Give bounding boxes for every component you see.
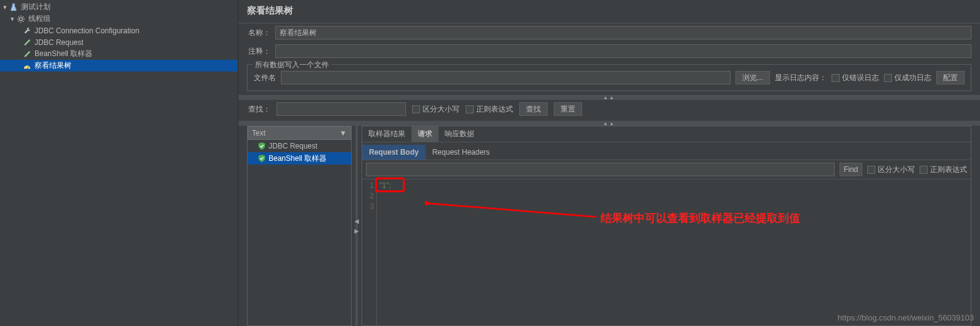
tree-item-label: 察看结果树: [34, 60, 71, 71]
search-regex-checkbox[interactable]: 正则表达式: [466, 104, 513, 115]
tree-root-label: 测试计划: [21, 2, 51, 12]
filename-input[interactable]: [281, 71, 731, 84]
search-case-checkbox[interactable]: 区分大小写: [412, 104, 460, 115]
detail-case-checkbox[interactable]: 区分大小写: [867, 165, 915, 175]
result-item[interactable]: BeanShell 取样器: [248, 152, 351, 165]
dropper-icon: [22, 38, 32, 47]
success-shield-icon: [257, 154, 266, 163]
vertical-split-handle[interactable]: ◄►: [355, 126, 358, 326]
detail-pane: 取样器结果 请求 响应数据 Request Body Request Heade…: [362, 126, 971, 326]
tree-toggle-icon[interactable]: ▼: [9, 16, 16, 22]
log-display-label: 显示日志内容：: [775, 73, 827, 83]
browse-button[interactable]: 浏览...: [735, 71, 770, 84]
collapse-handle-top[interactable]: ▲▲: [238, 95, 980, 100]
dropper-icon: [22, 49, 32, 59]
detail-tabs-secondary: Request Body Request Headers: [362, 145, 971, 160]
filename-label: 文件名: [254, 73, 276, 83]
gauge-icon: [22, 61, 32, 71]
tree-thread-group[interactable]: ▼ 线程组: [0, 13, 238, 25]
search-input[interactable]: [277, 102, 406, 116]
tab-request-body[interactable]: Request Body: [362, 145, 426, 160]
tree-toggle-icon[interactable]: ▼: [1, 4, 9, 10]
tab-sampler-result[interactable]: 取样器结果: [362, 126, 411, 142]
tree-root[interactable]: ▼ 测试计划: [0, 1, 238, 13]
tree-item-label: JDBC Connection Configuration: [34, 26, 139, 35]
detail-tabs-primary: 取样器结果 请求 响应数据: [362, 126, 971, 142]
config-button[interactable]: 配置: [936, 71, 965, 84]
search-reset-button[interactable]: 重置: [554, 102, 582, 116]
request-body-editor[interactable]: 1 2 3 "1";: [362, 179, 971, 325]
main-panel: 察看结果树 名称： 注释： 所有数据写入一个文件 文件名 浏览... 显示日志内…: [238, 0, 980, 326]
svg-point-0: [19, 17, 22, 20]
file-output-legend: 所有数据写入一个文件: [253, 60, 331, 70]
detail-find-button[interactable]: Find: [840, 163, 862, 176]
comment-input[interactable]: [275, 44, 971, 58]
code-line: "1";: [379, 181, 391, 190]
tree-item-label: JDBC Request: [34, 38, 83, 47]
result-item[interactable]: JDBC Request: [248, 140, 351, 152]
gear-icon: [16, 14, 26, 24]
file-output-group: 所有数据写入一个文件 文件名 浏览... 显示日志内容： 仅错误日志 仅成功日志…: [247, 64, 971, 91]
editor-gutter: 1 2 3: [362, 179, 377, 325]
results-tree[interactable]: JDBC Request BeanShell 取样器: [248, 140, 351, 325]
test-plan-tree: ▼ 测试计划 ▼ 线程组 JDBC Connection Configurati…: [0, 0, 238, 326]
detail-find-input[interactable]: [366, 163, 835, 176]
collapse-handle-mid[interactable]: ▲▲: [238, 121, 980, 126]
tree-item-label: BeanShell 取样器: [34, 49, 92, 59]
detail-regex-checkbox[interactable]: 正则表达式: [920, 165, 967, 175]
result-format-label: Text: [252, 129, 265, 137]
editor-code[interactable]: "1";: [377, 179, 971, 325]
result-item-label: JDBC Request: [269, 142, 317, 150]
comment-label: 注释：: [247, 46, 270, 57]
name-input[interactable]: [275, 26, 971, 39]
tab-response[interactable]: 响应数据: [439, 126, 480, 142]
tree-thread-group-label: 线程组: [28, 14, 51, 24]
tab-request-headers[interactable]: Request Headers: [426, 145, 496, 160]
name-label: 名称：: [247, 28, 270, 38]
tree-item-jdbc-request[interactable]: JDBC Request: [0, 36, 238, 48]
wrench-icon: [22, 26, 32, 36]
success-shield-icon: [257, 142, 266, 150]
tree-item-result-tree[interactable]: 察看结果树: [0, 60, 238, 71]
flask-icon: [9, 2, 18, 12]
chevron-down-icon: ▼: [339, 129, 347, 137]
search-find-button[interactable]: 查找: [519, 102, 548, 116]
tab-request[interactable]: 请求: [411, 126, 439, 142]
panel-title: 察看结果树: [238, 0, 980, 23]
tree-item-jdbc-config[interactable]: JDBC Connection Configuration: [0, 25, 238, 36]
tree-item-beanshell[interactable]: BeanShell 取样器: [0, 48, 238, 60]
results-pane: Text ▼ JDBC Request BeanShell 取样器: [247, 126, 352, 326]
search-label: 查找：: [247, 104, 270, 115]
result-format-select[interactable]: Text ▼: [248, 126, 351, 140]
result-item-label: BeanShell 取样器: [269, 153, 326, 164]
only-errors-checkbox[interactable]: 仅错误日志: [832, 73, 879, 83]
only-success-checkbox[interactable]: 仅成功日志: [884, 73, 931, 83]
